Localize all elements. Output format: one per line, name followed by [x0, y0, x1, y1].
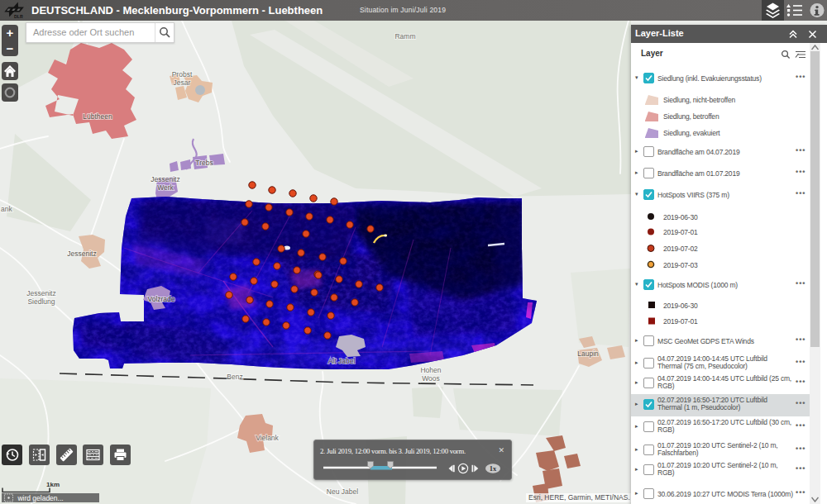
svg-text:Laupin: Laupin	[577, 349, 599, 358]
svg-text:Jessenitz: Jessenitz	[67, 250, 96, 258]
svg-text:Jesar: Jesar	[174, 78, 191, 87]
svg-text:Hohen: Hohen	[420, 366, 441, 374]
svg-text:Volzrade: Volzrade	[147, 295, 174, 303]
svg-text:DLR: DLR	[14, 14, 23, 19]
svg-text:Trebs: Trebs	[195, 159, 213, 167]
svg-text:Werk: Werk	[157, 183, 174, 192]
svg-text:Jessenitz: Jessenitz	[151, 175, 179, 183]
svg-text:Neu Jabel: Neu Jabel	[327, 487, 358, 496]
svg-text:Jessenitz: Jessenitz	[26, 289, 55, 297]
svg-text:Benz: Benz	[227, 373, 242, 381]
svg-text:Alt Jabel: Alt Jabel	[328, 357, 356, 365]
svg-text:Siedlung: Siedlung	[27, 297, 55, 306]
svg-text:Ramm: Ramm	[394, 32, 415, 40]
svg-text:Probst: Probst	[172, 70, 193, 78]
svg-text:Vielank: Vielank	[256, 434, 279, 442]
svg-text:1x: 1x	[490, 464, 497, 473]
svg-text:ank: ank	[1, 205, 12, 213]
svg-text:Woos: Woos	[422, 374, 440, 383]
svg-text:Lübtheen: Lübtheen	[83, 112, 112, 121]
